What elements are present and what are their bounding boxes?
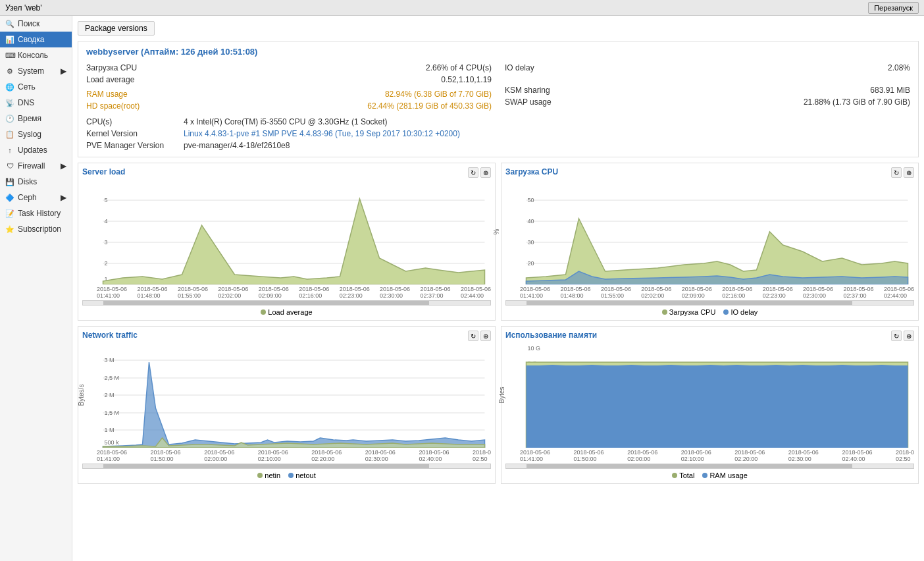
ksm-value: 683.91 MiB <box>870 86 910 95</box>
mem-scrollbar[interactable] <box>505 464 914 469</box>
sidebar-item-network[interactable]: 🌐Сеть <box>0 79 72 95</box>
legend-netout: netout <box>288 471 316 479</box>
legend-netin-label: netin <box>265 471 280 479</box>
sidebar-item-ceph[interactable]: 🔷Ceph▶ <box>0 190 72 205</box>
cpu-scrollbar[interactable] <box>505 300 914 306</box>
mem-scrollbar-inner <box>526 464 852 468</box>
legend-load-avg: Load average <box>261 308 312 316</box>
cpu-chart-title: Загрузка CPU <box>505 167 914 176</box>
kernel-row: Kernel Version Linux 4.4.83-1-pve #1 SMP… <box>86 128 910 140</box>
console-icon: ⌨ <box>5 51 14 60</box>
dns-icon: 📡 <box>5 99 14 107</box>
sidebar-item-system[interactable]: ⚙System▶ <box>0 63 72 79</box>
sidebar-item-updates[interactable]: ↑Updates <box>0 142 72 158</box>
sidebar-item-syslog[interactable]: 📋Syslog <box>0 126 72 142</box>
network-chart-title: Network traffic <box>82 331 491 340</box>
hd-space-row: HD space(root) 62.44% (281.19 GiB of 450… <box>86 100 492 112</box>
charts-row-1: Server load ↻ ⊕ 5 4 <box>78 163 919 321</box>
network-chart: Network traffic ↻ ⊕ Bytes/s 3 <box>78 326 496 484</box>
ram-usage-row: RAM usage 82.94% (6.38 GiB of 7.70 GiB) <box>86 88 492 100</box>
sidebar-item-dns[interactable]: 📡DNS <box>0 95 72 111</box>
kernel-value: Linux 4.4.83-1-pve #1 SMP PVE 4.4.83-96 … <box>184 129 460 138</box>
server-load-expand-btn[interactable]: ⊕ <box>480 167 491 178</box>
legend-ram: RAM usage <box>702 471 747 479</box>
mem-chart-title: Использование памяти <box>505 331 914 340</box>
mem-ylabel: Bytes <box>498 387 505 403</box>
server-load-scrollbar-inner <box>103 301 429 305</box>
svg-text:50: 50 <box>528 197 534 203</box>
server-load-scrollbar[interactable] <box>82 300 491 306</box>
io-delay-label: IO delay <box>505 63 534 72</box>
sidebar-item-summary[interactable]: 📊Сводка <box>0 32 72 47</box>
legend-total: Total <box>672 471 694 479</box>
cpus-row: CPU(s) 4 x Intel(R) Core(TM) i5-3550 CPU… <box>86 116 910 128</box>
sidebar-arrow-system: ▶ <box>61 67 66 76</box>
network-scrollbar-inner <box>103 464 429 468</box>
network-xaxis: 2018-05-0601:41:00 2018-05-0601:50:00 20… <box>82 449 491 462</box>
sidebar-item-label-taskhistory: Task History <box>18 209 61 218</box>
package-versions-button[interactable]: Package versions <box>78 21 155 36</box>
cpu-xaxis: 2018-05-0601:41:00 2018-05-0601:48:00 20… <box>505 286 914 299</box>
legend-ram-dot <box>702 473 707 478</box>
sidebar-item-subscription[interactable]: ⭐Subscription <box>0 221 72 237</box>
svg-text:30: 30 <box>528 239 534 246</box>
summary-icon: 📊 <box>5 36 14 44</box>
cpus-label: CPU(s) <box>86 117 178 126</box>
cpu-load-row: Загрузка CPU 2.66% of 4 CPU(s) <box>86 62 492 74</box>
mem-expand-btn[interactable]: ⊕ <box>904 331 914 341</box>
sidebar-item-label-system: System <box>18 67 44 76</box>
server-title: webbyserver (Аптайм: 126 дней 10:51:08) <box>86 47 910 57</box>
syslog-icon: 📋 <box>5 130 14 139</box>
cpu-chart-controls: ↻ ⊕ <box>891 167 914 178</box>
cpu-expand-btn[interactable]: ⊕ <box>904 167 914 178</box>
network-scrollbar[interactable] <box>82 464 491 469</box>
sidebar-item-search[interactable]: 🔍Поиск <box>0 16 72 32</box>
sidebar-item-label-summary: Сводка <box>18 35 45 44</box>
sidebar-item-console[interactable]: ⌨Консоль <box>0 47 72 63</box>
main-layout: 🔍Поиск📊Сводка⌨Консоль⚙System▶🌐Сеть📡DNS🕐В… <box>0 16 924 561</box>
svg-text:2 M: 2 M <box>105 392 115 398</box>
restart-button[interactable]: Перезапуск <box>868 2 919 14</box>
kernel-label: Kernel Version <box>86 129 178 138</box>
svg-text:1,5 M: 1,5 M <box>105 410 120 416</box>
legend-total-label: Total <box>679 471 694 479</box>
svg-text:500 k: 500 k <box>105 439 120 446</box>
svg-text:3 M: 3 M <box>105 357 115 363</box>
legend-cpu-load: Загрузка CPU <box>662 308 716 316</box>
network-svg: 3 M 2,5 M 2 M 1,5 M 1 M 500 k <box>97 342 491 448</box>
sidebar-item-time[interactable]: 🕐Время <box>0 111 72 126</box>
sidebar-item-firewall[interactable]: 🛡Firewall▶ <box>0 158 72 174</box>
server-load-xaxis: 2018-05-0601:41:00 2018-05-0601:48:00 20… <box>82 286 491 299</box>
window-title: Узел 'web' <box>5 3 42 13</box>
sidebar: 🔍Поиск📊Сводка⌨Консоль⚙System▶🌐Сеть📡DNS🕐В… <box>0 16 72 561</box>
ram-usage-label: RAM usage <box>86 90 128 99</box>
cpu-refresh-btn[interactable]: ↻ <box>891 167 902 178</box>
sidebar-item-label-network: Сеть <box>18 82 36 92</box>
cpu-load-value: 2.66% of 4 CPU(s) <box>426 63 492 72</box>
sidebar-item-disks[interactable]: 💾Disks <box>0 174 72 190</box>
charts-row-2: Network traffic ↻ ⊕ Bytes/s 3 <box>78 326 919 484</box>
svg-text:1 M: 1 M <box>105 427 115 433</box>
svg-text:4: 4 <box>105 218 108 225</box>
svg-text:20: 20 <box>528 260 534 267</box>
mem-refresh-btn[interactable]: ↻ <box>891 331 902 341</box>
server-load-refresh-btn[interactable]: ↻ <box>468 167 478 178</box>
sidebar-item-label-firewall: Firewall <box>18 161 45 171</box>
svg-marker-32 <box>103 362 485 448</box>
ceph-icon: 🔷 <box>5 194 14 202</box>
mem-chart: Использование памяти ↻ ⊕ Bytes 10 G <box>501 326 919 484</box>
sidebar-item-taskhistory[interactable]: 📝Task History <box>0 205 72 221</box>
network-ylabel: Bytes/s <box>78 385 85 406</box>
taskhistory-icon: 📝 <box>5 209 14 218</box>
server-load-svg: 5 4 3 2 1 <box>97 179 491 284</box>
network-refresh-btn[interactable]: ↻ <box>468 331 478 341</box>
legend-netin-dot <box>257 473 263 478</box>
mem-chart-wrapper: Bytes 10 G 8 G 6 G 4 G 2 G 0 <box>505 342 914 448</box>
server-load-wrapper: 5 4 3 2 1 <box>82 179 491 284</box>
swap-row: SWAP usage 21.88% (1.73 GiB of 7.90 GiB) <box>505 96 910 108</box>
hd-space-label: HD space(root) <box>86 101 140 111</box>
svg-marker-45 <box>526 365 908 448</box>
network-expand-btn[interactable]: ⊕ <box>480 331 491 341</box>
legend-load-avg-dot <box>261 309 266 315</box>
cpu-chart: Загрузка CPU ↻ ⊕ % 50 40 <box>501 163 919 321</box>
